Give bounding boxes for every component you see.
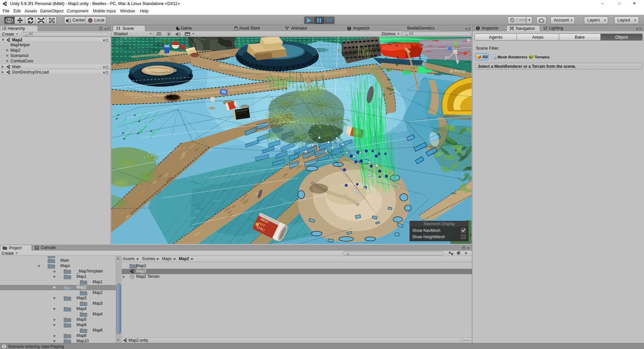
svg-text:Show NavMesh: Show NavMesh [412,228,440,233]
svg-text:y: y [456,40,459,45]
svg-text:x: x [470,52,472,57]
svg-text:z: z [445,44,447,49]
svg-text:Navmesh Display: Navmesh Display [424,221,455,226]
svg-text:Show HeightMesh: Show HeightMesh [412,235,445,239]
svg-text:⊕ Persp: ⊕ Persp [449,68,466,73]
